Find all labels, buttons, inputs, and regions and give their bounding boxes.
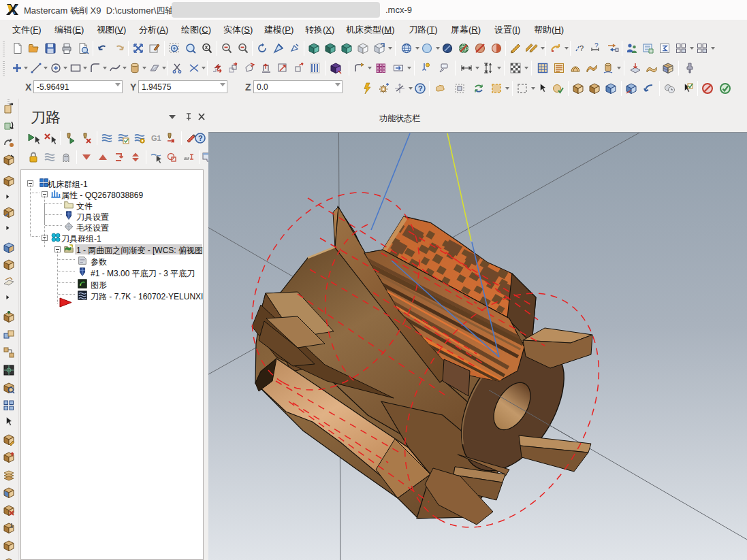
svg-text:G1: G1 [151, 134, 161, 142]
svg-text:?: ? [198, 134, 203, 142]
svg-text:?: ? [594, 42, 599, 50]
svg-text:?: ? [579, 44, 584, 52]
svg-text:?: ? [418, 84, 423, 93]
